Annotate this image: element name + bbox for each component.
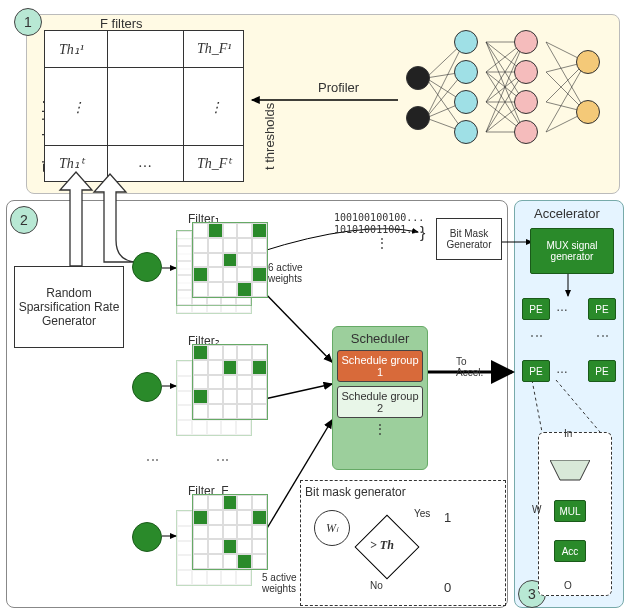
vdots: ⋮ xyxy=(374,422,386,436)
axis-y-label: t thresholds xyxy=(262,103,277,170)
compare-label: > Th xyxy=(370,538,394,553)
schedule-group-2: Schedule group 2 xyxy=(337,386,423,418)
one-label: 1 xyxy=(444,510,451,525)
filter-2: Filter₂ xyxy=(176,348,286,434)
neuron-in xyxy=(406,106,430,130)
acc-box: Acc xyxy=(554,540,586,562)
pe: PE xyxy=(588,298,616,320)
yes-label: Yes xyxy=(414,508,430,519)
no-label: No xyxy=(370,580,383,591)
pe-label: PE xyxy=(595,366,608,377)
bitgen-detail-title: Bit mask generator xyxy=(305,485,406,499)
profiler-label: Profiler xyxy=(318,80,359,95)
cell-br: Th_Fᵗ xyxy=(197,155,231,172)
step-1-badge: 1 xyxy=(14,8,42,36)
neuron-h2 xyxy=(514,120,538,144)
step-2-num: 2 xyxy=(20,212,28,228)
cell-dotsv2: ⋮ xyxy=(209,99,223,116)
in-label: In xyxy=(564,428,572,439)
acc-label: Acc xyxy=(562,546,579,557)
pe: PE xyxy=(588,360,616,382)
vdots: ⋮ xyxy=(376,236,390,250)
to-accel-label: To Accel. xyxy=(456,356,496,378)
scheduler-box: Scheduler Schedule group 1 Schedule grou… xyxy=(332,326,428,470)
mul-box: MUL xyxy=(554,500,586,522)
vdots: ⋮ xyxy=(146,454,160,468)
bits-1: 100100100100... xyxy=(334,212,424,223)
pe: PE xyxy=(522,360,550,382)
bit-mask-generator: Bit Mask Generator xyxy=(436,218,502,260)
threshold-table: Th₁¹ Th_F¹ Th₁ᵗ Th_Fᵗ … ⋮ ⋮ xyxy=(44,30,244,182)
bits-2: 101010011001... xyxy=(334,224,424,235)
bitgen-label: Bit Mask Generator xyxy=(439,228,499,250)
zero-label: 0 xyxy=(444,580,451,595)
active-6: 6 active weights xyxy=(268,262,318,284)
filter-grid xyxy=(192,344,268,420)
step-2-badge: 2 xyxy=(10,206,38,234)
vdots: ⋮ xyxy=(596,330,610,344)
schedule-group-1: Schedule group 1 xyxy=(337,350,423,382)
neuron-h1 xyxy=(454,90,478,114)
brace-icon: } xyxy=(420,224,425,242)
neuron-out xyxy=(576,50,600,74)
neuron-h2 xyxy=(514,90,538,114)
hdots: … xyxy=(556,362,570,376)
neuron-h1 xyxy=(454,60,478,84)
accel-title: Accelerator xyxy=(534,206,600,221)
th-circle-2 xyxy=(132,372,162,402)
neuron-h1 xyxy=(454,30,478,54)
cell-dotsv1: ⋮ xyxy=(71,99,85,116)
vdots: ⋮ xyxy=(216,454,230,468)
pe-label: PE xyxy=(595,304,608,315)
figure-root: 1 2 3 Threshold Array F filters t thresh… xyxy=(0,0,628,616)
pe: PE xyxy=(522,298,550,320)
mux-icon xyxy=(550,460,590,482)
svg-marker-52 xyxy=(550,460,590,480)
neuron-h1 xyxy=(454,120,478,144)
filter-grid-front xyxy=(192,222,268,298)
wi-label: Wᵢ xyxy=(326,521,338,536)
hdots: … xyxy=(556,300,570,314)
wi-circle: Wᵢ xyxy=(314,510,350,546)
step-3-num: 3 xyxy=(528,586,536,602)
cell-dotsh: … xyxy=(139,155,151,171)
step-1-num: 1 xyxy=(24,14,32,30)
neuron-h2 xyxy=(514,60,538,84)
scheduler-title: Scheduler xyxy=(351,331,410,346)
cell-tl: Th₁¹ xyxy=(59,41,84,58)
neuron-in xyxy=(406,66,430,90)
neuron-out xyxy=(576,100,600,124)
pe-label: PE xyxy=(529,366,542,377)
th-circle-F xyxy=(132,522,162,552)
axis-x-label: F filters xyxy=(100,16,143,31)
randbox-label: Random Sparsification Rate Generator xyxy=(17,286,121,328)
th-circle-1 xyxy=(132,252,162,282)
neuron-h2 xyxy=(514,30,538,54)
mux-label: MUX signal generator xyxy=(533,240,611,262)
w-label: W xyxy=(532,504,541,515)
cell-tr: Th_F¹ xyxy=(197,41,232,57)
rand-sparsification-box: Random Sparsification Rate Generator xyxy=(14,266,124,348)
mux-box: MUX signal generator xyxy=(530,228,614,274)
cell-bl: Th₁ᵗ xyxy=(59,155,84,172)
o-label: O xyxy=(564,580,572,591)
pe-label: PE xyxy=(529,304,542,315)
mul-label: MUL xyxy=(559,506,580,517)
filter-grid xyxy=(192,494,268,570)
vdots: ⋮ xyxy=(530,330,544,344)
neural-net xyxy=(400,30,610,170)
